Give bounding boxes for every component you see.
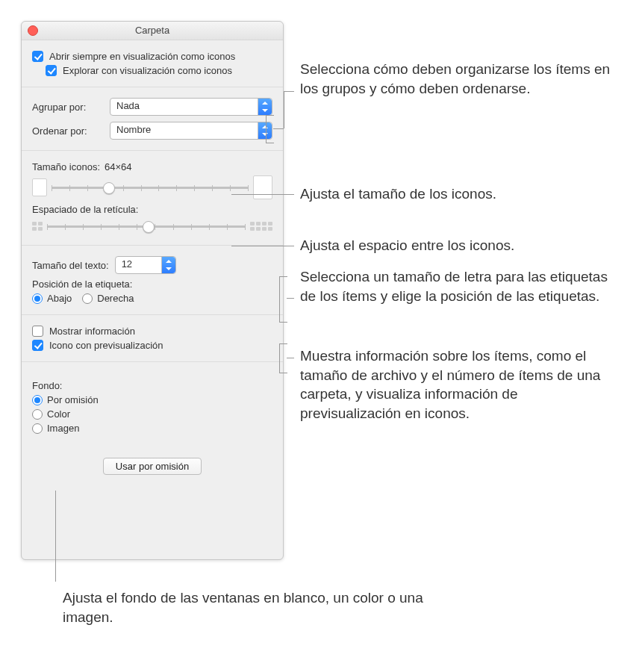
label-grid-spacing: Espaciado de la retícula: [32,204,138,215]
callout-bracket [279,343,287,373]
label-always-icons: Abrir siempre en visualización como icon… [49,51,235,62]
use-defaults-button[interactable]: Usar por omisión [103,458,202,475]
label-sort-by: Ordenar por: [32,125,110,137]
slider-icon-size[interactable] [52,179,249,196]
checkbox-browse-icons[interactable] [46,65,57,76]
radio-label-bottom[interactable] [32,293,43,304]
label-show-info: Mostrar información [49,326,135,337]
radio-label-right[interactable] [82,293,93,304]
callout-line [231,246,294,246]
chevron-updown-icon [258,99,272,115]
label-group-by: Agrupar por: [32,102,110,113]
value-icon-size: 64×64 [105,161,132,172]
callout-line [287,298,294,299]
chevron-updown-icon [161,257,175,273]
select-group-by-value: Nada [116,100,140,111]
select-sort-by[interactable]: Nombre [110,122,272,140]
label-bg-default: Por omisión [47,394,99,405]
grid-wide-icon [32,222,43,231]
large-file-icon [253,175,272,199]
label-icon-size: Tamaño iconos: [32,161,100,172]
callout-bracket [279,276,287,323]
annotation-grid-spacing: Ajusta el espacio entre los iconos. [300,236,614,255]
callout-line [287,358,294,358]
callout-line [231,194,294,195]
small-file-icon [32,178,47,196]
radio-bg-color[interactable] [32,409,43,420]
section-info: Mostrar información Icono con previsuali… [22,314,283,361]
annotation-info-preview: Muestra información sobre los ítems, com… [300,346,614,423]
select-group-by[interactable]: Nada [110,98,272,116]
callout-line [273,128,284,129]
slider-grid-spacing[interactable] [47,218,246,234]
callout-line [284,91,294,92]
radio-bg-default[interactable] [32,395,43,405]
titlebar[interactable]: Carpeta [22,22,283,40]
section-text: Tamaño del texto: 12 Posición de la etiq… [22,245,283,314]
label-bg-color: Color [47,408,70,420]
section-icon-size: Tamaño iconos: 64×64 Espaciado de la ret… [22,150,283,245]
footer: Usar por omisión [22,444,283,485]
callout-line [55,491,56,582]
callout-bracket [266,115,274,143]
checkbox-icon-preview[interactable] [32,340,43,351]
section-view-mode: Abrir siempre en visualización como icon… [22,40,283,87]
select-text-size[interactable]: 12 [115,256,176,274]
checkbox-show-info[interactable] [32,326,43,337]
callout-line [284,91,284,128]
label-browse-icons: Explorar con visualización como iconos [63,65,232,76]
label-label-position: Posición de la etiqueta: [32,279,132,290]
section-background: Fondo: Por omisión Color Imagen [22,361,283,444]
view-options-window: Carpeta Abrir siempre en visualización c… [21,21,284,560]
window-title: Carpeta [22,22,283,40]
annotation-icon-size: Ajusta el tamaño de los iconos. [300,184,614,204]
label-label-right: Derecha [97,293,134,304]
annotation-text-labels: Selecciona un tamaño de letra para las e… [300,267,614,305]
select-text-size-value: 12 [122,258,132,270]
annotation-organize: Selecciona cómo deben organizarse los ít… [300,60,614,98]
section-organize: Agrupar por: Nada Ordenar por: Nombre [22,87,283,150]
select-sort-by-value: Nombre [116,124,151,135]
annotation-background: Ajusta el fondo de las ventanas en blanc… [63,588,436,626]
label-label-bottom: Abajo [47,293,72,304]
label-icon-preview: Icono con previsualización [49,340,163,351]
grid-tight-icon [250,222,272,231]
label-text-size: Tamaño del texto: [32,260,109,271]
checkbox-always-icons[interactable] [32,51,43,62]
label-bg-image: Imagen [47,423,79,434]
radio-bg-image[interactable] [32,423,43,434]
label-background: Fondo: [32,380,62,391]
